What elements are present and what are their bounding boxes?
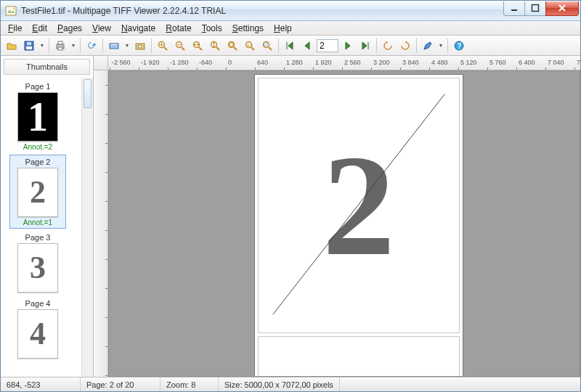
toolbar: ▾ ▾ ▾ 1:1 ▾ ? bbox=[1, 36, 580, 56]
svg-rect-8 bbox=[58, 41, 62, 44]
window-controls bbox=[504, 1, 579, 16]
thumbnail-image: 2 bbox=[17, 168, 58, 217]
save-button[interactable] bbox=[21, 38, 37, 54]
svg-line-32 bbox=[269, 47, 272, 50]
thumbnail-annotation: Annot.=2 bbox=[12, 143, 64, 151]
menu-item-help[interactable]: Help bbox=[269, 22, 296, 35]
save-dropdown[interactable]: ▾ bbox=[38, 42, 46, 49]
camera-button[interactable] bbox=[132, 38, 148, 54]
annotate-dropdown[interactable]: ▾ bbox=[437, 42, 444, 49]
thumbnail-image: 4 bbox=[17, 309, 58, 359]
svg-rect-9 bbox=[58, 47, 62, 50]
svg-line-19 bbox=[182, 47, 184, 50]
page-content-number: 2 bbox=[322, 147, 395, 264]
window-title: TestFile1.tif - Multipage TIFF Viewer 2.… bbox=[21, 6, 226, 16]
thumbnail-item[interactable]: Page 11Annot.=2 bbox=[9, 79, 66, 153]
svg-line-15 bbox=[164, 47, 167, 50]
vertical-ruler: 06401 2801 9202 5603 2003 8404 4805 1205… bbox=[94, 70, 108, 377]
main-area: Thumbnails Page 11Annot.=2Page 22Annot.=… bbox=[1, 56, 580, 377]
zoom-out-button[interactable] bbox=[172, 38, 188, 54]
rotate-right-button[interactable] bbox=[397, 38, 413, 54]
thumbnail-label: Page 1 bbox=[12, 82, 64, 91]
actual-size-button[interactable]: 1:1 bbox=[242, 38, 258, 54]
scan-dropdown[interactable]: ▾ bbox=[123, 42, 131, 49]
svg-rect-3 bbox=[532, 5, 539, 12]
rotate-left-button[interactable] bbox=[380, 38, 396, 54]
thumbnail-item[interactable]: Page 33 bbox=[9, 230, 66, 295]
menu-item-rotate[interactable]: Rotate bbox=[161, 22, 195, 35]
thumbnail-label: Page 3 bbox=[12, 233, 64, 242]
svg-rect-0 bbox=[6, 7, 16, 15]
best-fit-button[interactable] bbox=[224, 38, 240, 54]
status-page: Page: 2 of 20 bbox=[81, 377, 161, 391]
menu-item-file[interactable]: File bbox=[4, 22, 26, 35]
svg-line-24 bbox=[216, 47, 219, 50]
thumbnail-item[interactable]: Page 22Annot.=1 bbox=[9, 155, 66, 229]
page-preview: 2 bbox=[254, 74, 463, 377]
menu-item-edit[interactable]: Edit bbox=[28, 22, 52, 35]
thumbnail-scrollbar[interactable] bbox=[81, 78, 93, 377]
viewer-area: -2 560-1 920-1 280-64006401 2801 9202 56… bbox=[94, 56, 580, 377]
thumbnail-annotation: Annot.=1 bbox=[12, 219, 64, 226]
svg-line-29 bbox=[251, 47, 254, 50]
prev-page-button[interactable] bbox=[299, 38, 315, 54]
thumbnail-item[interactable]: Page 44 bbox=[9, 296, 66, 361]
page-number-input[interactable] bbox=[317, 39, 338, 52]
open-button[interactable] bbox=[4, 38, 20, 54]
menu-item-tools[interactable]: Tools bbox=[198, 22, 227, 35]
menu-item-navigate[interactable]: Navigate bbox=[117, 22, 160, 35]
svg-line-26 bbox=[234, 47, 237, 50]
fit-width-button[interactable] bbox=[190, 38, 206, 54]
menu-item-pages[interactable]: Pages bbox=[53, 22, 86, 35]
print-dropdown[interactable]: ▾ bbox=[70, 42, 77, 49]
app-icon bbox=[5, 5, 17, 17]
thumbnail-image: 1 bbox=[17, 92, 58, 142]
status-coords: 684, -523 bbox=[1, 377, 81, 391]
thumbnail-panel: Thumbnails Page 11Annot.=2Page 22Annot.=… bbox=[1, 56, 94, 377]
svg-rect-2 bbox=[511, 9, 517, 11]
refresh-button[interactable] bbox=[84, 38, 99, 54]
svg-line-22 bbox=[199, 47, 202, 50]
zoom-region-button[interactable] bbox=[259, 38, 275, 54]
status-zoom: Zoom: 8 bbox=[161, 377, 219, 391]
menu-item-view[interactable]: View bbox=[88, 22, 115, 35]
page-lower-region bbox=[258, 336, 460, 377]
ruler-corner bbox=[94, 56, 108, 70]
menu-bar: FileEditPagesViewNavigateRotateToolsSett… bbox=[1, 21, 580, 36]
maximize-button[interactable] bbox=[524, 1, 546, 16]
annotate-button[interactable] bbox=[420, 38, 436, 54]
status-size: Size: 5000,00 x 7072,00 pixels bbox=[219, 377, 340, 391]
svg-rect-6 bbox=[27, 42, 31, 45]
thumbnail-label: Page 2 bbox=[12, 158, 64, 166]
close-button[interactable] bbox=[545, 1, 579, 16]
last-page-button[interactable] bbox=[357, 38, 373, 54]
svg-rect-5 bbox=[26, 46, 32, 49]
scan-button[interactable] bbox=[106, 38, 122, 54]
title-bar: TestFile1.tif - Multipage TIFF Viewer 2.… bbox=[1, 1, 580, 21]
menu-item-settings[interactable]: Settings bbox=[228, 22, 268, 35]
thumbnail-label: Page 4 bbox=[12, 299, 64, 308]
minimize-button[interactable] bbox=[503, 1, 525, 16]
fit-height-button[interactable] bbox=[207, 38, 223, 54]
page-canvas[interactable]: 2 bbox=[108, 70, 580, 377]
zoom-in-button[interactable] bbox=[155, 38, 171, 54]
svg-point-13 bbox=[139, 44, 142, 47]
svg-point-1 bbox=[13, 7, 15, 9]
help-button[interactable]: ? bbox=[451, 38, 467, 54]
svg-text:1:1: 1:1 bbox=[247, 43, 253, 47]
thumbnail-header: Thumbnails bbox=[4, 59, 90, 75]
print-button[interactable] bbox=[52, 38, 68, 54]
svg-text:?: ? bbox=[458, 42, 462, 50]
next-page-button[interactable] bbox=[340, 38, 356, 54]
horizontal-ruler: -2 560-1 920-1 280-64006401 2801 9202 56… bbox=[108, 56, 580, 70]
first-page-button[interactable] bbox=[282, 38, 298, 54]
svg-rect-27 bbox=[229, 43, 233, 46]
status-bar: 684, -523 Page: 2 of 20 Zoom: 8 Size: 50… bbox=[1, 377, 580, 391]
thumbnail-image: 3 bbox=[17, 243, 58, 293]
svg-rect-11 bbox=[111, 44, 117, 45]
